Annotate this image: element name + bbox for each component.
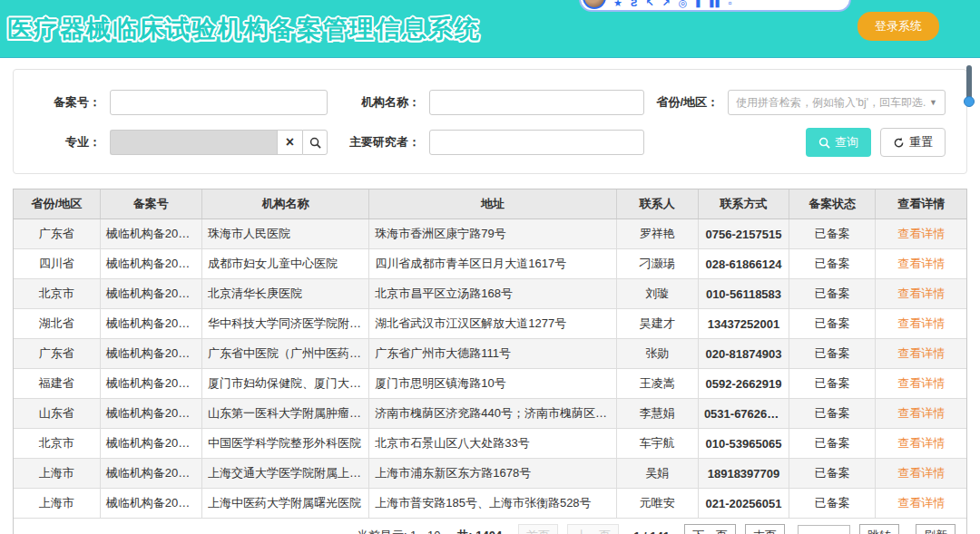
login-button[interactable]: 登录系统 xyxy=(858,12,939,41)
cell-address: 珠海市香洲区康宁路79号 xyxy=(369,219,617,249)
query-button[interactable]: 查询 xyxy=(806,128,871,157)
view-detail-link[interactable]: 查看详情 xyxy=(897,496,945,510)
table-row: 广东省械临机构备201800001珠海市人民医院珠海市香洲区康宁路79号罗祥艳0… xyxy=(14,219,966,249)
toolbar-icon[interactable]: Ƨ xyxy=(631,0,637,9)
view-detail-link[interactable]: 查看详情 xyxy=(897,436,945,450)
cell-org: 上海交通大学医学院附属上海儿童... xyxy=(201,459,368,489)
view-detail-link[interactable]: 查看详情 xyxy=(897,466,945,480)
clear-button[interactable]: × xyxy=(277,130,302,155)
first-page-button[interactable]: 首页 xyxy=(518,524,558,534)
cell-status: 已备案 xyxy=(789,459,876,489)
cell-region: 四川省 xyxy=(14,249,100,279)
org-name-input[interactable] xyxy=(429,90,644,115)
cell-detail: 查看详情 xyxy=(876,459,966,489)
cell-status: 已备案 xyxy=(789,369,876,399)
refresh-icon xyxy=(893,137,905,149)
cell-record-no: 械临机构备201800004 xyxy=(100,309,201,339)
cell-contact: 刘璇 xyxy=(616,279,698,309)
toolbar-icon[interactable]: ★ xyxy=(613,0,622,9)
view-detail-link[interactable]: 查看详情 xyxy=(897,316,945,330)
cell-org: 成都市妇女儿童中心医院 xyxy=(201,249,368,279)
col-header-record-no: 备案号 xyxy=(100,189,201,219)
col-header-phone: 联系方式 xyxy=(698,189,789,219)
avatar[interactable] xyxy=(583,0,606,9)
specialty-input[interactable] xyxy=(110,130,277,155)
specialty-search-button[interactable] xyxy=(302,130,328,155)
cell-region: 北京市 xyxy=(14,279,100,309)
col-header-status: 备案状态 xyxy=(789,189,876,219)
cell-contact: 吴娟 xyxy=(616,459,698,489)
cell-region: 山东省 xyxy=(14,399,100,429)
province-select[interactable]: 使用拼音检索，例如输入'bj'，回车即选... ▼ xyxy=(728,90,946,115)
toolbar-icon[interactable]: ◎ xyxy=(679,0,688,9)
cell-org: 上海中医药大学附属曙光医院 xyxy=(201,489,368,519)
cell-record-no: 械临机构备201800009 xyxy=(100,459,201,489)
cell-contact: 王凌嵩 xyxy=(616,369,698,399)
cell-phone: 0592-2662919 xyxy=(698,369,789,399)
specialty-label: 专业： xyxy=(30,134,110,150)
toolbar-icon[interactable]: ▫ xyxy=(728,0,731,9)
next-page-button[interactable]: 下一页 xyxy=(684,524,736,534)
jump-button[interactable]: 跳转 xyxy=(859,524,899,534)
cell-org: 珠海市人民医院 xyxy=(201,219,368,249)
cell-detail: 查看详情 xyxy=(876,339,966,369)
cell-status: 已备案 xyxy=(789,489,876,519)
province-label: 省份/地区： xyxy=(644,94,728,111)
toolbar-icon[interactable]: ▮ xyxy=(695,0,701,9)
cell-phone: 020-81874903 xyxy=(698,339,789,369)
scroll-indicator[interactable] xyxy=(963,65,975,112)
refresh-button[interactable]: 刷新 xyxy=(916,524,956,534)
cell-address: 广东省广州市大德路111号 xyxy=(369,339,617,369)
table-row: 山东省械临机构备201800007山东第一医科大学附属肿瘤医院（...济南市槐荫… xyxy=(14,399,966,429)
results-table: 省份/地区 备案号 机构名称 地址 联系人 联系方式 备案状态 查看详情 广东省… xyxy=(13,189,967,534)
view-detail-link[interactable]: 查看详情 xyxy=(897,227,945,240)
cell-record-no: 械临机构备201800007 xyxy=(100,399,201,429)
cell-org: 广东省中医院（广州中医药大学第... xyxy=(201,339,368,369)
toolbar-icon[interactable]: ↖ xyxy=(645,0,653,9)
view-detail-link[interactable]: 查看详情 xyxy=(897,257,945,270)
prev-page-button[interactable]: 上一页 xyxy=(567,524,619,534)
page-jump-input[interactable] xyxy=(798,525,850,534)
reset-button[interactable]: 重置 xyxy=(880,128,946,157)
table-row: 上海市械临机构备201800009上海交通大学医学院附属上海儿童...上海市浦东… xyxy=(14,459,966,489)
search-panel: 备案号： 机构名称： 省份/地区： 使用拼音检索，例如输入'bj'，回车即选..… xyxy=(13,69,967,174)
cell-address: 上海市普安路185号、上海市张衡路528号 xyxy=(369,489,617,519)
view-detail-link[interactable]: 查看详情 xyxy=(897,406,945,420)
annotation-toolbar[interactable]: ★Ƨ↖↗◎▮▮▮▫ xyxy=(579,0,851,12)
scroll-knob-icon[interactable] xyxy=(964,96,975,107)
cell-contact: 李慧娟 xyxy=(616,399,698,429)
table-row: 北京市械临机构备201800008中国医学科学院整形外科医院北京市石景山区八大处… xyxy=(14,429,966,459)
showing-range: 当前显示: 1 - 10 xyxy=(357,528,440,534)
toolbar-icon[interactable]: ↗ xyxy=(662,0,670,9)
cell-address: 四川省成都市青羊区日月大道1617号 xyxy=(369,249,617,279)
last-page-button[interactable]: 末页 xyxy=(745,524,785,534)
cell-address: 厦门市思明区镇海路10号 xyxy=(369,369,617,399)
pi-input[interactable] xyxy=(429,130,644,155)
cell-contact: 刁灏瑒 xyxy=(616,249,698,279)
cell-detail: 查看详情 xyxy=(876,369,966,399)
cell-address: 济南市槐荫区济兖路440号；济南市槐荫区烟台路2999号 xyxy=(369,399,617,429)
pi-label: 主要研究者： xyxy=(328,134,429,150)
cell-detail: 查看详情 xyxy=(876,219,966,249)
table-row: 四川省械临机构备201800002成都市妇女儿童中心医院四川省成都市青羊区日月大… xyxy=(14,249,966,279)
cell-phone: 0531-67626073 xyxy=(698,399,789,429)
cell-record-no: 械临机构备201800006 xyxy=(100,369,201,399)
toolbar-icon[interactable]: ▮▮ xyxy=(709,0,720,9)
cell-address: 北京市昌平区立汤路168号 xyxy=(369,279,617,309)
page-title: 医疗器械临床试验机构备案管理信息系统 xyxy=(7,13,481,45)
cell-phone: 13437252001 xyxy=(698,309,789,339)
cell-detail: 查看详情 xyxy=(876,309,966,339)
annotation-toolbar-icons: ★Ƨ↖↗◎▮▮▮▫ xyxy=(613,0,731,9)
cell-detail: 查看详情 xyxy=(876,249,966,279)
cell-phone: 021-20256051 xyxy=(698,489,789,519)
pagination-bar: 当前显示: 1 - 10 共: 1404 首页 上一页 1 / 141 下一页 … xyxy=(14,519,966,534)
search-icon xyxy=(818,137,830,149)
table-row: 湖北省械临机构备201800004华中科技大学同济医学院附属协和医院湖北省武汉市… xyxy=(14,309,966,339)
view-detail-link[interactable]: 查看详情 xyxy=(897,346,945,360)
view-detail-link[interactable]: 查看详情 xyxy=(897,376,945,390)
col-header-org: 机构名称 xyxy=(201,189,368,219)
cell-contact: 罗祥艳 xyxy=(616,219,698,249)
view-detail-link[interactable]: 查看详情 xyxy=(897,286,945,300)
cell-phone: 028-61866124 xyxy=(698,249,789,279)
record-no-input[interactable] xyxy=(110,90,328,115)
